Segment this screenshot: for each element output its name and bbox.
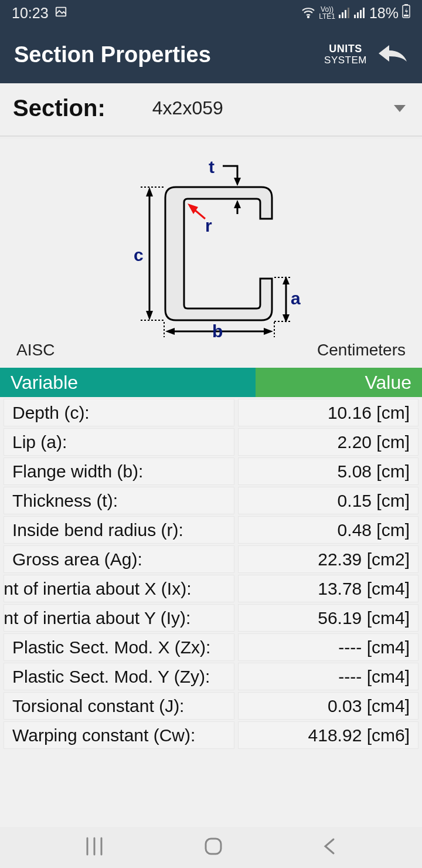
unit-label: Centimeters (317, 341, 406, 360)
cell-value: 22.39 [cm2] (238, 545, 418, 573)
svg-text:b: b (212, 321, 223, 337)
th-variable: Variable (0, 368, 256, 397)
svg-marker-33 (165, 328, 175, 335)
recents-button[interactable] (84, 836, 105, 859)
cell-variable: Lip (a): (4, 428, 234, 456)
svg-rect-41 (206, 839, 221, 854)
cell-value: ---- [cm4] (238, 663, 418, 690)
section-selector-row: Section: 4x2x059 (0, 83, 422, 137)
table-row: Inside bend radius (r):0.48 [cm] (4, 516, 418, 544)
cell-variable: Plastic Sect. Mod. X (Zx): (4, 633, 234, 661)
svg-marker-34 (264, 328, 273, 335)
table-row: Plastic Sect. Mod. Y (Zy):---- [cm4] (4, 663, 418, 690)
svg-rect-7 (357, 12, 359, 18)
cell-variable: Warping constant (Cw): (4, 721, 234, 749)
section-label: Section: (13, 95, 106, 121)
properties-table: Depth (c):10.16 [cm]Lip (a):2.20 [cm]Fla… (0, 399, 422, 749)
chevron-down-icon (394, 105, 406, 112)
svg-marker-14 (146, 187, 153, 196)
svg-marker-20 (234, 178, 241, 186)
units-line2: SYSTEM (324, 55, 367, 66)
table-row: Flange width (b):5.08 [cm] (4, 457, 418, 485)
units-line1: UNITS (324, 43, 367, 55)
cell-value: 0.03 [cm4] (238, 692, 418, 720)
signal-icon (339, 5, 350, 22)
lte-indicator: Vo)) LTE1 (319, 6, 335, 20)
svg-rect-12 (404, 15, 409, 16)
svg-rect-5 (348, 8, 349, 18)
cell-value: 0.15 [cm] (238, 487, 418, 514)
cell-value: ---- [cm4] (238, 633, 418, 661)
cell-value: 5.08 [cm] (238, 457, 418, 485)
cell-variable: Flange width (b): (4, 457, 234, 485)
table-header: Variable Value (0, 368, 422, 397)
svg-rect-9 (363, 8, 365, 18)
cell-variable: Moment of inertia about X (Ix): (4, 575, 234, 602)
table-row: Thickness (t):0.15 [cm] (4, 487, 418, 514)
table-row: Torsional constant (J):0.03 [cm4] (4, 692, 418, 720)
th-value: Value (256, 368, 422, 397)
table-row: Warping constant (Cw):418.92 [cm6] (4, 721, 418, 749)
svg-text:a: a (291, 289, 301, 308)
signal-icon-2 (354, 5, 366, 22)
svg-rect-8 (360, 10, 362, 18)
cell-value: 418.92 [cm6] (238, 721, 418, 749)
system-nav-bar (0, 827, 422, 868)
section-value: 4x2x059 (152, 97, 223, 119)
cell-variable: Thickness (t): (4, 487, 234, 514)
wifi-icon (301, 5, 315, 22)
cell-variable: Plastic Sect. Mod. Y (Zy): (4, 663, 234, 690)
svg-point-1 (308, 16, 309, 17)
svg-rect-2 (339, 15, 341, 18)
svg-marker-15 (146, 311, 153, 320)
status-time: 10:23 (12, 5, 49, 22)
app-bar: Section Properties UNITS SYSTEM (0, 26, 422, 83)
battery-percent: 18% (369, 5, 399, 22)
svg-rect-6 (354, 15, 356, 18)
section-dropdown[interactable]: 4x2x059 (129, 97, 409, 119)
cell-variable: Depth (c): (4, 399, 234, 426)
picture-icon (55, 5, 67, 22)
svg-text:t: t (209, 157, 215, 177)
svg-text:c: c (134, 245, 144, 265)
home-button[interactable] (203, 836, 224, 859)
cell-variable: Inside bend radius (r): (4, 516, 234, 544)
table-row: Moment of inertia about Y (Iy):56.19 [cm… (4, 604, 418, 632)
svg-rect-4 (345, 10, 346, 18)
section-diagram: c t r a b (106, 150, 316, 337)
svg-marker-22 (234, 200, 241, 208)
cell-value: 10.16 [cm] (238, 399, 418, 426)
units-system-button[interactable]: UNITS SYSTEM (324, 43, 367, 66)
back-button[interactable] (322, 836, 338, 859)
svg-rect-3 (342, 12, 343, 18)
svg-text:r: r (205, 216, 212, 235)
standard-label: AISC (16, 341, 55, 360)
table-row: Moment of inertia about X (Ix):13.78 [cm… (4, 575, 418, 602)
back-arrow-icon[interactable] (377, 42, 408, 67)
cell-variable: Gross area (Ag): (4, 545, 234, 573)
cell-value: 0.48 [cm] (238, 516, 418, 544)
status-bar: 10:23 Vo)) LTE1 (0, 0, 422, 26)
cell-value: 2.20 [cm] (238, 428, 418, 456)
cell-variable: Moment of inertia about Y (Iy): (4, 604, 234, 632)
table-row: Gross area (Ag):22.39 [cm2] (4, 545, 418, 573)
page-title: Section Properties (14, 42, 211, 67)
cell-value: 56.19 [cm4] (238, 604, 418, 632)
table-row: Depth (c):10.16 [cm] (4, 399, 418, 426)
table-row: Lip (a):2.20 [cm] (4, 428, 418, 456)
table-row: Plastic Sect. Mod. X (Zx):---- [cm4] (4, 633, 418, 661)
battery-icon (402, 4, 410, 22)
diagram-panel: c t r a b (0, 137, 422, 368)
cell-value: 13.78 [cm4] (238, 575, 418, 602)
cell-variable: Torsional constant (J): (4, 692, 234, 720)
